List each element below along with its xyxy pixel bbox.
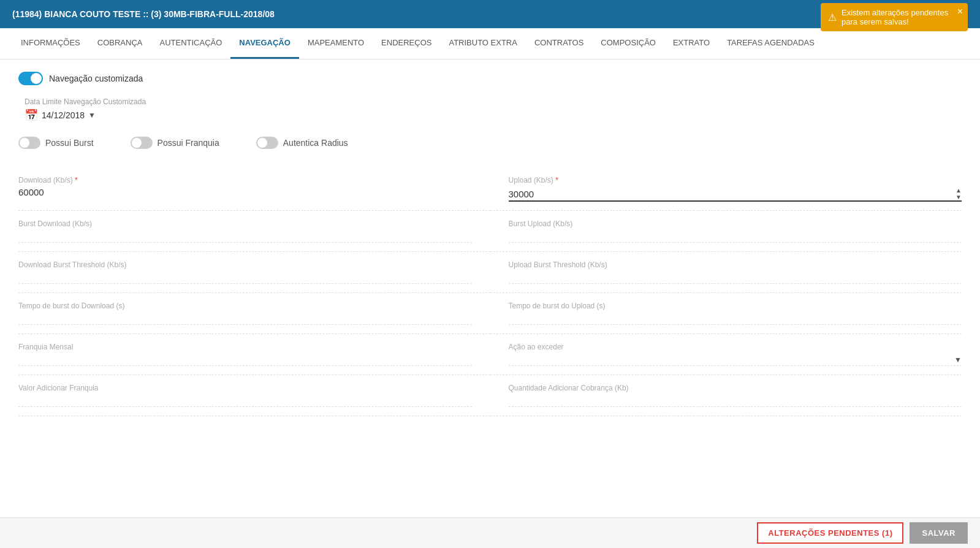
upload-field: Upload (Kb/s) * ▲ ▼ (490, 167, 962, 211)
download-burst-threshold-field: Download Burst Threshold (Kb/s) (18, 252, 490, 293)
burst-download-field: Burst Download (Kb/s) (18, 211, 490, 252)
date-dropdown-arrow[interactable]: ▼ (88, 111, 96, 120)
toast-notification: ⚠ Existem alterações pendentes para sere… (821, 3, 968, 31)
date-section: Data Limite Navegação Customizada 📅 14/1… (18, 97, 962, 122)
franquia-mensal-label: Franquia Mensal (18, 343, 472, 351)
custom-nav-toggle[interactable] (18, 72, 43, 85)
tab-atributo-extra[interactable]: ATRIBUTO EXTRA (440, 28, 525, 59)
tab-enderecos[interactable]: ENDEREÇOS (373, 28, 440, 59)
toggles-row: Possui Burst Possui Franquia Autentica R… (18, 137, 962, 149)
warning-icon: ⚠ (828, 12, 837, 23)
autentica-radius-label: Autentica Radius (283, 138, 348, 148)
tab-extrato[interactable]: EXTRATO (664, 28, 718, 59)
upload-spin-arrows[interactable]: ▲ ▼ (955, 187, 962, 200)
upload-input[interactable] (509, 188, 956, 200)
possui-burst-label: Possui Burst (45, 138, 94, 148)
custom-nav-row: Navegação customizada (18, 72, 962, 85)
tab-tarefas-agendadas[interactable]: TAREFAS AGENDADAS (718, 28, 823, 59)
acao-exceder-label: Ação ao exceder (509, 343, 962, 351)
tempo-burst-download-label: Tempo de burst do Download (s) (18, 302, 472, 310)
toast-close-button[interactable]: × (957, 7, 963, 17)
autentica-radius-toggle[interactable] (256, 137, 278, 149)
autentica-radius-toggle-item: Autentica Radius (256, 137, 348, 149)
upload-burst-threshold-field: Upload Burst Threshold (Kb/s) (490, 252, 962, 293)
toast-message: Existem alterações pendentes para serem … (841, 8, 949, 26)
tab-navegacao[interactable]: NAVEGAÇÃO (230, 28, 299, 59)
burst-upload-label: Burst Upload (Kb/s) (509, 219, 962, 228)
valor-adicionar-franquia-field: Valor Adicionar Franquia (18, 375, 490, 416)
quantidade-adicionar-cobranca-field: Quantidade Adicionar Cobrança (Kb) (490, 375, 962, 416)
burst-upload-field: Burst Upload (Kb/s) (490, 211, 962, 252)
form-grid: Download (Kb/s) * Upload (Kb/s) * ▲ ▼ Bu… (18, 167, 962, 416)
quantidade-adicionar-cobranca-label: Quantidade Adicionar Cobrança (Kb) (509, 384, 962, 392)
franquia-mensal-field: Franquia Mensal (18, 334, 490, 375)
upload-label: Upload (Kb/s) * (509, 176, 962, 185)
tab-bar: INFORMAÇÕES COBRANÇA AUTENTICAÇÃO NAVEGA… (0, 28, 980, 59)
tab-composicao[interactable]: COMPOSIÇÃO (592, 28, 664, 59)
tempo-burst-download-field: Tempo de burst do Download (s) (18, 293, 490, 334)
footer: ALTERAÇÕES PENDENTES (1) SALVAR (0, 517, 980, 518)
tab-informacoes[interactable]: INFORMAÇÕES (12, 28, 89, 59)
tab-mapeamento[interactable]: MAPEAMENTO (299, 28, 373, 59)
possui-burst-toggle-item: Possui Burst (18, 137, 94, 149)
date-section-label: Data Limite Navegação Customizada (25, 97, 962, 106)
valor-adicionar-franquia-label: Valor Adicionar Franquia (18, 384, 472, 392)
download-burst-threshold-label: Download Burst Threshold (Kb/s) (18, 261, 472, 269)
possui-burst-toggle[interactable] (18, 137, 40, 149)
upload-burst-threshold-label: Upload Burst Threshold (Kb/s) (509, 261, 962, 269)
tempo-burst-upload-field: Tempo de burst do Upload (s) (490, 293, 962, 334)
custom-nav-label: Navegação customizada (49, 74, 143, 83)
calendar-icon[interactable]: 📅 (25, 108, 38, 122)
tempo-burst-upload-label: Tempo de burst do Upload (s) (509, 302, 962, 310)
tab-autenticacao[interactable]: AUTENTICAÇÃO (151, 28, 230, 59)
main-content: Navegação customizada Data Limite Navega… (0, 59, 980, 518)
acao-exceder-chevron[interactable]: ▼ (954, 356, 962, 364)
possui-franquia-toggle-item: Possui Franquia (131, 137, 219, 149)
possui-franquia-toggle[interactable] (131, 137, 153, 149)
tab-cobranca[interactable]: COBRANÇA (89, 28, 151, 59)
download-field: Download (Kb/s) * (18, 167, 490, 211)
download-input[interactable] (18, 187, 472, 198)
burst-download-label: Burst Download (Kb/s) (18, 219, 472, 228)
tab-contratos[interactable]: CONTRATOS (526, 28, 592, 59)
date-row: 📅 14/12/2018 ▼ (25, 108, 962, 122)
acao-exceder-field: Ação ao exceder ▼ (490, 334, 962, 375)
header-title: (11984) BIANCA COUTO TESTE :: (3) 30MB-F… (12, 9, 275, 19)
upload-input-wrapper: ▲ ▼ (509, 187, 962, 202)
header: (11984) BIANCA COUTO TESTE :: (3) 30MB-F… (0, 0, 980, 28)
possui-franquia-label: Possui Franquia (158, 138, 219, 148)
date-value: 14/12/2018 (42, 110, 85, 120)
download-label: Download (Kb/s) * (18, 176, 472, 185)
